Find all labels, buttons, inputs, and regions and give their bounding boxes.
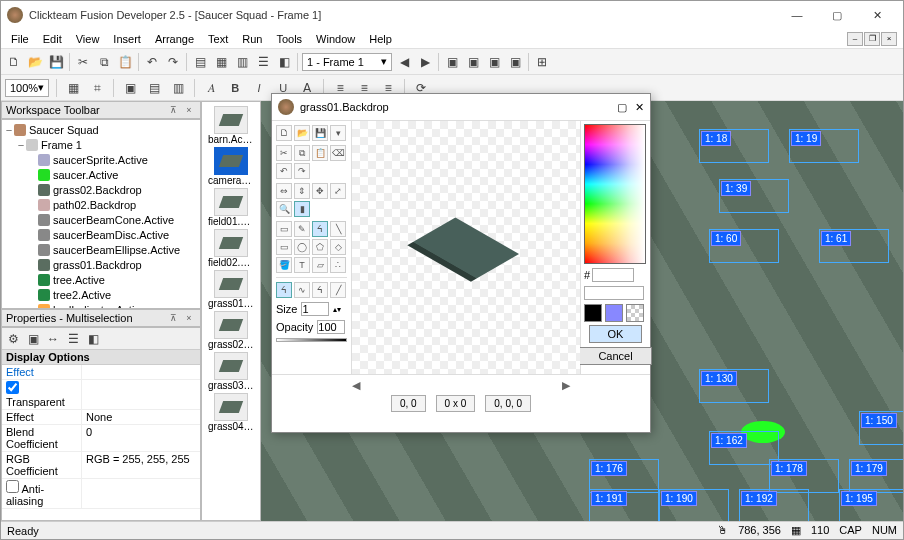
pin-icon[interactable]: ⊼ bbox=[166, 103, 180, 117]
dialog-titlebar[interactable]: grass01.Backdrop ▢ ✕ bbox=[272, 94, 650, 120]
undo-icon[interactable]: ↶ bbox=[143, 53, 161, 71]
menu-help[interactable]: Help bbox=[363, 31, 398, 47]
menu-arrange[interactable]: Arrange bbox=[149, 31, 200, 47]
mdi-restore-button[interactable]: ❐ bbox=[864, 32, 880, 46]
tree-item[interactable]: saucerBeamEllipse.Active bbox=[4, 242, 198, 257]
brush-1-icon[interactable]: ᔦ bbox=[276, 282, 292, 298]
spray-tool-icon[interactable]: ∴ bbox=[330, 257, 346, 273]
delete-tool-icon[interactable]: ⌫ bbox=[330, 145, 346, 161]
dialog-maximize-button[interactable]: ▢ bbox=[617, 101, 627, 114]
cut-icon[interactable]: ✂ bbox=[74, 53, 92, 71]
line-tool-icon[interactable]: ╲ bbox=[330, 221, 346, 237]
prop-tab-display-icon[interactable]: ▣ bbox=[24, 330, 42, 348]
tree-item[interactable]: hudIndicator.Active bbox=[4, 302, 198, 309]
flip-v-icon[interactable]: ⇕ bbox=[294, 183, 310, 199]
object-thumb[interactable]: grass01.Ba... bbox=[208, 270, 254, 309]
tree-item[interactable]: saucerBeamCone.Active bbox=[4, 212, 198, 227]
fill-tool-icon[interactable]: 🪣 bbox=[276, 257, 292, 273]
grid-icon[interactable]: ▦ bbox=[64, 79, 82, 97]
workspace-tree[interactable]: −Saucer Squad−Frame 1saucerSprite.Active… bbox=[1, 119, 201, 309]
mdi-minimize-button[interactable]: – bbox=[847, 32, 863, 46]
menu-file[interactable]: File bbox=[5, 31, 35, 47]
run-app-icon[interactable]: ▣ bbox=[443, 53, 461, 71]
centerx-icon[interactable]: ▤ bbox=[145, 79, 163, 97]
shape-tool-icon[interactable]: ◇ bbox=[330, 239, 346, 255]
brush-3-icon[interactable]: ᔦ bbox=[312, 282, 328, 298]
menu-tools[interactable]: Tools bbox=[270, 31, 308, 47]
tree-item[interactable]: −Saucer Squad bbox=[4, 122, 198, 137]
preview-icon[interactable]: ⊞ bbox=[533, 53, 551, 71]
redo-tool-icon[interactable]: ↷ bbox=[294, 163, 310, 179]
minimize-button[interactable]: — bbox=[777, 1, 817, 29]
tree-item[interactable]: −Frame 1 bbox=[4, 137, 198, 152]
eventlist-icon[interactable]: ☰ bbox=[254, 53, 272, 71]
new-icon[interactable]: 🗋 bbox=[5, 53, 23, 71]
brush-tool-icon[interactable]: ᔦ bbox=[312, 221, 328, 237]
build-icon[interactable]: ▣ bbox=[506, 53, 524, 71]
centery-icon[interactable]: ▥ bbox=[169, 79, 187, 97]
pick-color-icon[interactable]: ✎ bbox=[294, 221, 310, 237]
mdi-close-button[interactable]: × bbox=[881, 32, 897, 46]
transparent-checkbox[interactable] bbox=[6, 381, 19, 394]
center-icon[interactable]: ▣ bbox=[121, 79, 139, 97]
object-thumb[interactable]: grass03.Ba... bbox=[208, 352, 254, 391]
color-palette[interactable] bbox=[584, 124, 646, 264]
close-button[interactable]: ✕ bbox=[857, 1, 897, 29]
run-frame-icon[interactable]: ▣ bbox=[464, 53, 482, 71]
bg-swatch[interactable] bbox=[605, 304, 623, 322]
rect-tool-icon[interactable]: ▭ bbox=[276, 239, 292, 255]
redo-icon[interactable]: ↷ bbox=[164, 53, 182, 71]
cut-tool-icon[interactable]: ✂ bbox=[276, 145, 292, 161]
opacity-slider[interactable] bbox=[276, 338, 347, 342]
prop-tab-settings-icon[interactable]: ⚙ bbox=[4, 330, 22, 348]
object-thumb[interactable]: grass04.Ba... bbox=[208, 393, 254, 432]
menu-view[interactable]: View bbox=[70, 31, 106, 47]
menu-run[interactable]: Run bbox=[236, 31, 268, 47]
object-thumb[interactable]: barn.Active bbox=[208, 106, 254, 145]
cancel-button[interactable]: Cancel bbox=[579, 347, 651, 365]
color-name-input[interactable] bbox=[584, 286, 644, 300]
size-input[interactable] bbox=[301, 302, 329, 316]
tree-item[interactable]: saucer.Active bbox=[4, 167, 198, 182]
dialog-close-button[interactable]: ✕ bbox=[635, 101, 644, 114]
next-frame-icon[interactable]: ▶ bbox=[416, 53, 434, 71]
font-icon[interactable]: 𝐴 bbox=[202, 79, 220, 97]
object-thumb[interactable]: field01.Bac... bbox=[208, 188, 254, 227]
object-thumb[interactable]: camera.Act... bbox=[208, 147, 254, 186]
tree-item[interactable]: grass01.Backdrop bbox=[4, 257, 198, 272]
tree-item[interactable]: saucerBeamDisc.Active bbox=[4, 227, 198, 242]
menu-edit[interactable]: Edit bbox=[37, 31, 68, 47]
ellipse-tool-icon[interactable]: ◯ bbox=[294, 239, 310, 255]
zoom-slider-icon[interactable]: ▮ bbox=[294, 201, 310, 217]
new-frame-icon[interactable]: 🗋 bbox=[276, 125, 292, 141]
tree-item[interactable]: tree2.Active bbox=[4, 287, 198, 302]
storyboard-icon[interactable]: ▤ bbox=[191, 53, 209, 71]
transparent-swatch[interactable] bbox=[626, 304, 644, 322]
prop-tab-events-icon[interactable]: ◧ bbox=[84, 330, 102, 348]
close-panel-icon[interactable]: × bbox=[182, 103, 196, 117]
brush-2-icon[interactable]: ∿ bbox=[294, 282, 310, 298]
ok-button[interactable]: OK bbox=[589, 325, 643, 343]
prop-tab-size-icon[interactable]: ↔ bbox=[44, 330, 62, 348]
hex-input[interactable] bbox=[592, 268, 634, 282]
data-icon[interactable]: ◧ bbox=[275, 53, 293, 71]
polygon-tool-icon[interactable]: ⬠ bbox=[312, 239, 328, 255]
save-icon[interactable]: 💾 bbox=[47, 53, 65, 71]
menu-text[interactable]: Text bbox=[202, 31, 234, 47]
copy-tool-icon[interactable]: ⧉ bbox=[294, 145, 310, 161]
menu-insert[interactable]: Insert bbox=[107, 31, 147, 47]
close-panel-icon[interactable]: × bbox=[182, 311, 196, 325]
stop-icon[interactable]: ▣ bbox=[485, 53, 503, 71]
antialias-checkbox[interactable] bbox=[6, 480, 19, 493]
brush-4-icon[interactable]: ╱ bbox=[330, 282, 346, 298]
prev-frame-icon[interactable]: ◀ bbox=[395, 53, 413, 71]
flip-h-icon[interactable]: ⇔ bbox=[276, 183, 292, 199]
object-thumb[interactable]: grass02.Ba... bbox=[208, 311, 254, 350]
italic-icon[interactable]: I bbox=[250, 79, 268, 97]
menu-window[interactable]: Window bbox=[310, 31, 361, 47]
open-icon[interactable]: 📂 bbox=[26, 53, 44, 71]
save-file-icon[interactable]: 💾 bbox=[312, 125, 328, 141]
options-icon[interactable]: ▾ bbox=[330, 125, 346, 141]
eraser-tool-icon[interactable]: ▱ bbox=[312, 257, 328, 273]
object-thumb[interactable]: field02.Bac... bbox=[208, 229, 254, 268]
